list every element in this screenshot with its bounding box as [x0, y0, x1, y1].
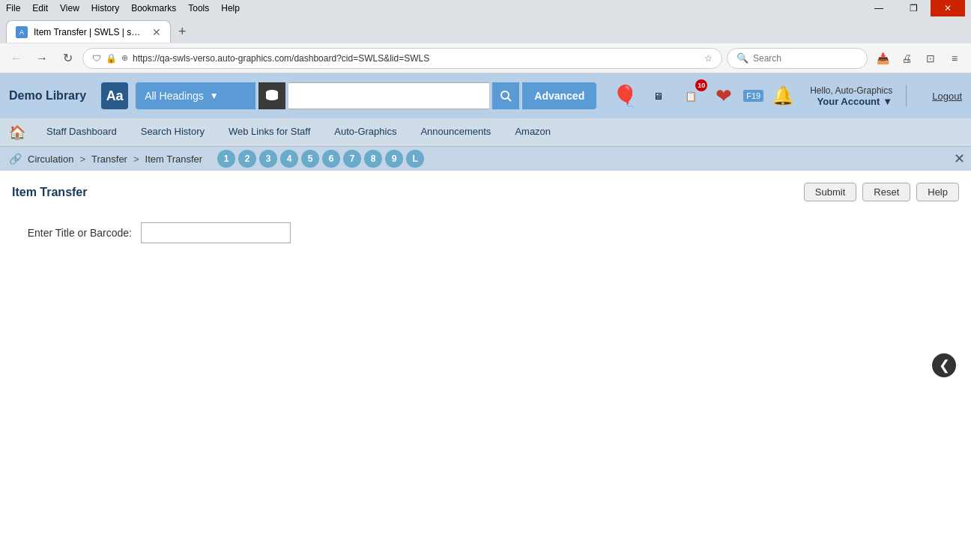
clipboard-list-icon: 📋 — [685, 91, 697, 102]
nav-announcements[interactable]: Announcements — [408, 120, 503, 144]
menu-item-view[interactable]: View — [60, 3, 79, 13]
content-area: Item Transfer Submit Reset Help Enter Ti… — [0, 171, 971, 560]
f19-label: F19 — [743, 90, 763, 102]
reader-button[interactable]: ⊡ — [920, 48, 941, 69]
nav-web-links[interactable]: Web Links for Staff — [217, 120, 322, 144]
submit-button[interactable]: Submit — [804, 183, 856, 201]
nav-auto-graphics[interactable]: Auto-Graphics — [322, 120, 408, 144]
account-section: Hello, Auto-Graphics Your Account ▼ — [810, 85, 892, 107]
breadcrumb-bar: 🔗 Circulation > Transfer > Item Transfer… — [0, 147, 971, 171]
bookmark-icon[interactable]: ☆ — [704, 53, 713, 64]
search-icon: 🔍 — [736, 52, 748, 64]
account-dropdown[interactable]: Your Account ▼ — [817, 96, 893, 107]
account-chevron-icon: ▼ — [883, 96, 892, 107]
content-header: Item Transfer Submit Reset Help — [12, 183, 959, 201]
menu-bar: FileEditViewHistoryBookmarksToolsHelp — … — [0, 0, 971, 16]
print-button[interactable]: 🖨 — [896, 48, 917, 69]
close-button[interactable]: ✕ — [931, 0, 965, 16]
tab-title: Item Transfer | SWLS | swls | Aut — [34, 27, 146, 37]
notification-bell-icon: 🔔 — [772, 85, 794, 106]
nav-amazon[interactable]: Amazon — [503, 120, 563, 144]
back-arrow-button[interactable]: ❮ — [932, 353, 956, 377]
search-button[interactable] — [492, 82, 519, 109]
f19-button[interactable]: F19 — [743, 90, 763, 102]
browser-action-buttons: 📥 🖨 ⊡ ≡ — [872, 48, 965, 69]
search-input[interactable] — [288, 82, 489, 109]
reset-button[interactable]: Reset — [862, 183, 910, 201]
nav-links: Staff Dashboard Search History Web Links… — [34, 120, 563, 144]
forward-button[interactable]: → — [31, 48, 52, 69]
title-barcode-label: Enter Title or Barcode: — [12, 227, 132, 239]
tab-favicon: A — [16, 26, 28, 38]
menu-item-history[interactable]: History — [91, 3, 119, 13]
balloon-icon[interactable]: 🎈 — [611, 82, 638, 109]
browser-window: FileEditViewHistoryBookmarksToolsHelp — … — [0, 0, 971, 560]
svg-line-2 — [508, 98, 511, 101]
svg-point-1 — [501, 91, 509, 99]
menu-item-tools[interactable]: Tools — [188, 3, 209, 13]
menu-item-bookmarks[interactable]: Bookmarks — [131, 3, 176, 13]
breadcrumb-item-transfer[interactable]: Item Transfer — [145, 153, 203, 165]
menu-item-edit[interactable]: Edit — [32, 3, 48, 13]
page-tab-8[interactable]: 8 — [364, 150, 382, 168]
breadcrumb-circulation[interactable]: Circulation — [28, 153, 73, 165]
minimize-button[interactable]: — — [862, 0, 896, 16]
url-text: https://qa-swls-verso.auto-graphics.com/… — [133, 53, 700, 64]
nav-staff-dashboard[interactable]: Staff Dashboard — [34, 120, 129, 144]
title-barcode-input[interactable] — [141, 222, 291, 243]
new-tab-button[interactable]: + — [172, 24, 193, 40]
menu-item-help[interactable]: Help — [221, 3, 240, 13]
page-tab-3[interactable]: 3 — [259, 150, 277, 168]
database-icon[interactable] — [258, 82, 285, 109]
clipboard-icon[interactable]: 📋 10 — [677, 82, 704, 109]
pocket-button[interactable]: 📥 — [872, 48, 893, 69]
help-button[interactable]: Help — [916, 183, 959, 201]
browser-search-input[interactable] — [753, 53, 858, 64]
page-tab-4[interactable]: 4 — [280, 150, 298, 168]
monitor-icon[interactable]: 🖥 — [644, 82, 671, 109]
page-tab-l[interactable]: L — [406, 150, 424, 168]
page-tab-7[interactable]: 7 — [343, 150, 361, 168]
nav-bar: 🏠 Staff Dashboard Search History Web Lin… — [0, 118, 971, 147]
nav-search-history[interactable]: Search History — [129, 120, 217, 144]
tab-close-button[interactable]: ✕ — [152, 27, 161, 37]
page-title: Item Transfer — [12, 186, 87, 199]
page-tab-6[interactable]: 6 — [322, 150, 340, 168]
account-label: Your Account — [817, 96, 880, 107]
page-tab-5[interactable]: 5 — [301, 150, 319, 168]
page-tab-9[interactable]: 9 — [385, 150, 403, 168]
logout-button[interactable]: Logout — [932, 91, 962, 102]
lock-icon: 🔒 — [106, 53, 117, 64]
browser-search-box[interactable]: 🔍 — [727, 48, 868, 69]
reload-button[interactable]: ↻ — [57, 48, 78, 69]
page-tab-1[interactable]: 1 — [217, 150, 235, 168]
bell-icon[interactable]: 🔔 — [769, 82, 796, 109]
menu-item-file[interactable]: File — [6, 3, 20, 13]
chevron-down-icon: ▼ — [210, 91, 219, 101]
advanced-search-button[interactable]: Advanced — [522, 82, 596, 109]
monitor-display-icon: 🖥 — [653, 91, 663, 102]
search-dropdown[interactable]: All Headings ▼ — [136, 82, 255, 109]
address-bar: ← → ↻ 🛡 🔒 ⊕ https://qa-swls-verso.auto-g… — [0, 43, 971, 73]
window-controls: — ❐ ✕ — [862, 0, 965, 16]
heart-icon[interactable]: ❤ — [710, 82, 737, 109]
menu-button[interactable]: ≡ — [944, 48, 965, 69]
form-row: Enter Title or Barcode: — [12, 216, 959, 249]
library-name: Demo Library — [9, 89, 86, 103]
back-button[interactable]: ← — [6, 48, 27, 69]
active-tab[interactable]: A Item Transfer | SWLS | swls | Aut ✕ — [6, 20, 171, 43]
shield-icon: 🛡 — [92, 53, 101, 64]
close-panel-button[interactable]: ✕ — [954, 150, 965, 167]
home-icon[interactable]: 🏠 — [9, 124, 25, 141]
maximize-button[interactable]: ❐ — [896, 0, 931, 16]
page-tabs: 1 2 3 4 5 6 7 8 9 L — [217, 150, 424, 168]
app-header: Demo Library Aa All Headings ▼ — [0, 73, 971, 118]
clipboard-badge: 10 — [695, 79, 707, 91]
search-dropdown-label: All Headings — [145, 90, 204, 102]
url-bar[interactable]: 🛡 🔒 ⊕ https://qa-swls-verso.auto-graphic… — [82, 48, 722, 69]
network-icon: ⊕ — [121, 53, 128, 63]
hot-air-balloon-icon: 🎈 — [612, 84, 638, 109]
breadcrumb-transfer[interactable]: Transfer — [91, 153, 127, 165]
page-tab-2[interactable]: 2 — [238, 150, 256, 168]
breadcrumb-sep-2: > — [133, 153, 139, 165]
